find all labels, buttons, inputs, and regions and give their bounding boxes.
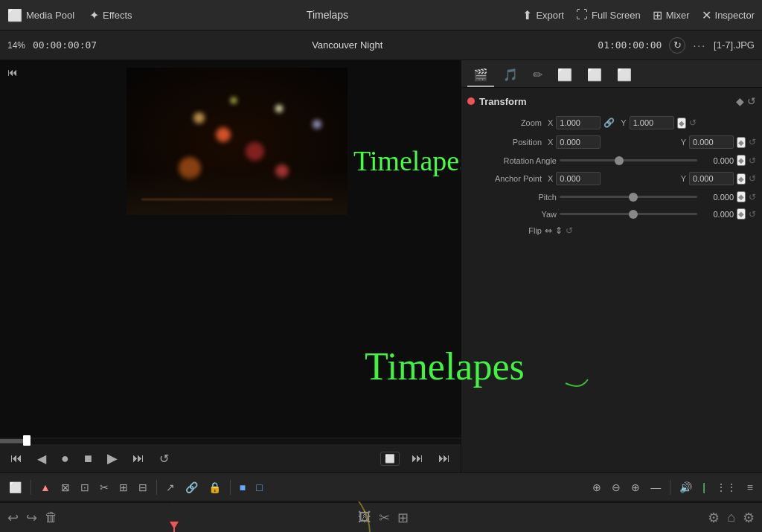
media-pool-label: Media Pool (26, 10, 74, 21)
tab-video[interactable]: 🎬 (467, 64, 494, 87)
end-btn[interactable]: ⏭ (435, 450, 453, 467)
section-keyframe-btn[interactable]: ◆ (736, 95, 744, 107)
tab-audio[interactable]: 🎵 (497, 64, 524, 87)
timeline-menu-btn[interactable]: ⬜ (6, 480, 25, 495)
fullscreen-btn[interactable]: ⛶ Full Screen (576, 8, 641, 22)
rotation-keyframe-btn[interactable]: ◆ (737, 155, 746, 166)
play-pause-btn[interactable]: ● (58, 449, 72, 468)
link-btn[interactable]: 🔗 (182, 480, 201, 495)
skip-forward-btn[interactable]: ⏭ (409, 450, 426, 467)
anchor-keyframe-btn[interactable]: ◆ (737, 173, 746, 185)
transform-section-header: Transform ◆ ↺ (467, 94, 756, 109)
zoom-fit-btn[interactable]: ⊕ (589, 480, 604, 495)
yaw-slider[interactable] (560, 213, 697, 215)
position-y-input[interactable] (689, 135, 734, 149)
zoom-link-btn[interactable]: 🔗 (603, 118, 615, 128)
tab-effects[interactable]: ⬜ (551, 64, 578, 87)
redo-btn[interactable]: ↪ (26, 510, 37, 526)
video-scrubber[interactable] (0, 439, 461, 443)
gear-btn[interactable]: ⚙ (743, 510, 755, 526)
fullscreen-label: Full Screen (592, 10, 641, 21)
app-title: Timelaps (307, 9, 348, 21)
effects-icon: ✦ (89, 8, 99, 22)
play-btn[interactable]: ▶ (104, 449, 121, 468)
pitch-property-row: Pitch 0.000 ◆ ↺ (467, 191, 756, 202)
select-mode-btn[interactable]: ■ (237, 480, 249, 495)
audio-btn[interactable]: 🔊 (676, 480, 695, 495)
zoom-in-btn[interactable]: ⊕ (628, 480, 643, 495)
home-btn[interactable]: ⌂ (727, 510, 735, 526)
inspector-btn[interactable]: ✕ Inspector (702, 8, 755, 22)
zoom-keyframe-btn[interactable]: ◆ (677, 118, 686, 129)
prev-frame-btn[interactable]: ◀ (34, 450, 49, 467)
delete-btn[interactable]: 🗑 (45, 510, 58, 526)
bottom-bar: ↩ ↪ 🗑 🖼 ✂ ⊞ ⚙ ⌂ ⚙ (0, 502, 762, 532)
yaw-reset-btn[interactable]: ↺ (749, 209, 756, 219)
mixer-btn[interactable]: ⊞ Mixer (653, 8, 690, 22)
back-to-start-btn2[interactable]: ⏮ (7, 450, 25, 467)
timeline-btn[interactable]: ⊞ (397, 510, 409, 526)
trim-tool-btn[interactable]: ⊠ (58, 480, 73, 495)
sync-button[interactable]: ↻ (669, 37, 685, 54)
effects-btn[interactable]: ✦ Effects (89, 8, 132, 22)
pitch-reset-btn[interactable]: ↺ (749, 192, 756, 202)
loop-btn[interactable]: ↺ (156, 450, 172, 467)
undo-btn[interactable]: ↩ (7, 510, 19, 526)
media-pool-btn[interactable]: ⬜ Media Pool (7, 8, 74, 22)
rotation-property-row: Rotation Angle 0.000 ◆ ↺ (467, 155, 756, 166)
position-keyframe-btn[interactable]: ◆ (737, 137, 746, 148)
pitch-slider[interactable] (560, 196, 697, 198)
settings-btn[interactable]: ⚙ (708, 510, 720, 526)
rotation-reset-btn[interactable]: ↺ (749, 156, 756, 166)
insert-btn[interactable]: ⊞ (116, 480, 131, 495)
main-area: ⏮ (0, 60, 762, 472)
flip-h-btn[interactable]: ⇔ (545, 225, 552, 236)
annotation-text-area: Timelapes (353, 126, 461, 230)
position-label: Position (467, 138, 542, 147)
export-icon: ⬆ (522, 8, 532, 22)
anchor-x-input[interactable] (556, 172, 601, 185)
next-btn[interactable]: ⏭ (129, 450, 147, 467)
position-x-input[interactable] (556, 135, 601, 149)
back-to-start-btn[interactable]: ⏮ (4, 65, 21, 80)
mixer-icon: ⊞ (653, 8, 662, 22)
dynamic-trim-btn[interactable]: ⊡ (77, 480, 92, 495)
zoom-x-input[interactable] (556, 116, 601, 129)
position-reset-btn[interactable]: ↺ (749, 137, 756, 147)
zoom-y-input[interactable] (630, 116, 674, 129)
audio-level-btn[interactable]: | (699, 480, 708, 495)
anchor-y-input[interactable] (689, 172, 734, 185)
fullscreen-icon: ⛶ (576, 8, 588, 22)
zoom-out-btn[interactable]: ⊖ (609, 480, 624, 495)
tl-settings-btn[interactable]: ≡ (744, 480, 756, 495)
blade-tool-btn[interactable]: ✂ (97, 480, 112, 495)
overwrite-btn[interactable]: ⊟ (135, 480, 150, 495)
zoom-match-btn[interactable]: — (647, 480, 664, 495)
select-tool-btn[interactable]: ▲ (37, 480, 54, 495)
zoom-property-row: Zoom X 🔗 Y ◆ ↺ (467, 116, 756, 129)
more-options-btn[interactable]: ··· (693, 39, 706, 51)
range-btn[interactable]: □ (253, 480, 265, 495)
media-btn[interactable]: 🖼 (358, 510, 371, 526)
screen-mode-btn[interactable]: ⬜ (380, 452, 400, 466)
export-btn[interactable]: ⬆ Export (522, 8, 564, 22)
anchor-reset-btn[interactable]: ↺ (749, 173, 756, 184)
fx-btn[interactable]: ⋮⋮ (713, 480, 740, 495)
tab-transition[interactable]: ⬜ (581, 64, 608, 87)
timecode-left: 00:00:00:07 (33, 39, 97, 51)
zoom-reset-btn[interactable]: ↺ (689, 118, 697, 128)
section-reset-btn[interactable]: ↺ (747, 95, 756, 107)
tab-color[interactable]: ✏ (527, 64, 548, 87)
flip-v-btn[interactable]: ⇕ (555, 225, 563, 236)
yaw-keyframe-btn[interactable]: ◆ (737, 208, 746, 219)
pitch-keyframe-btn[interactable]: ◆ (737, 191, 746, 202)
cut-btn[interactable]: ✂ (379, 510, 390, 526)
stop-btn[interactable]: ■ (81, 449, 95, 468)
curve-tool-btn[interactable]: ↗ (163, 480, 178, 495)
tab-more[interactable]: ⬜ (611, 64, 638, 87)
lock-btn[interactable]: 🔒 (205, 480, 224, 495)
second-bar: 14% 00:00:00:07 Vancouver Night 01:00:00… (0, 31, 762, 60)
flip-reset-btn[interactable]: ↺ (566, 225, 573, 236)
rotation-slider[interactable] (560, 159, 697, 161)
media-pool-icon: ⬜ (7, 8, 22, 22)
